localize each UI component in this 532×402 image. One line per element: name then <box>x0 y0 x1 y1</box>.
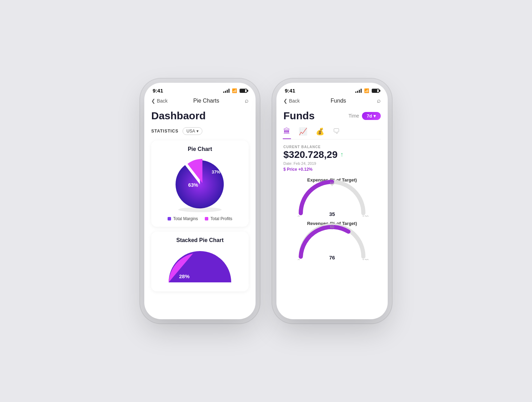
stats-label: STATISTICS <box>151 129 178 134</box>
status-icons-left: 📶 <box>223 88 247 93</box>
chevron-left-icon: ❮ <box>151 98 155 104</box>
page-title-left: Dashbaord <box>151 110 249 122</box>
scene: 9:41 📶 ❮ Back Pie Charts ⌕ Dashbaord <box>144 83 388 319</box>
revenues-gauge-container: 0 60 120 76 <box>283 229 381 260</box>
stats-header: STATISTICS USA ▾ <box>151 127 249 135</box>
pie-chart-card: Pie Chart 63% <box>151 140 249 227</box>
status-bar-left: 9:41 📶 <box>144 83 256 96</box>
chevron-down-icon: ▾ <box>196 129 199 134</box>
back-button-right[interactable]: ❮ Back <box>283 98 300 104</box>
balance-value: $320.728,29 <box>283 149 338 161</box>
search-icon-left[interactable]: ⌕ <box>245 97 249 104</box>
gauge-max-label-revenues: 120 <box>362 258 369 260</box>
chevron-down-icon-time: ▾ <box>373 113 376 119</box>
expenses-gauge-section: Expenses (% of Target) 0 60 120 35 <box>283 177 381 217</box>
tab-coin[interactable]: 💰 <box>316 127 324 136</box>
gauge-fill-revenues <box>301 227 348 256</box>
nav-title-right: Funds <box>331 98 346 104</box>
pie-chart-svg: 63% 37% <box>169 156 231 212</box>
gauge-value-expenses: 35 <box>329 211 335 217</box>
gauge-min-label-expenses: 0 <box>298 215 300 217</box>
nav-title-left: Pie Charts <box>193 98 219 104</box>
nav-bar-right: ❮ Back Funds ⌕ <box>276 96 388 107</box>
wifi-icon: 📶 <box>232 88 237 93</box>
time-group: Time 7d ▾ <box>348 112 381 120</box>
back-label-right: Back <box>289 98 300 104</box>
time-label: Time <box>348 113 359 119</box>
country-label: USA <box>186 129 195 134</box>
legend-dot-margins <box>168 217 171 220</box>
balance-label: CURENT BALANCE <box>283 145 381 149</box>
tab-chart[interactable]: 📈 <box>299 127 307 136</box>
revenues-gauge-section: Revenues (% of Target) 0 60 120 76 <box>283 221 381 260</box>
gauge-fill-expenses <box>301 182 332 213</box>
back-label-left: Back <box>157 98 168 104</box>
left-phone: 9:41 📶 ❮ Back Pie Charts ⌕ Dashbaord <box>144 83 256 319</box>
legend-label-margins: Total Margins <box>173 216 198 221</box>
search-icon-right[interactable]: ⌕ <box>377 97 381 104</box>
price-change-value[interactable]: +0.12% <box>298 167 313 172</box>
battery-icon <box>240 89 247 93</box>
status-bar-right: 9:41 📶 <box>276 83 388 96</box>
revenues-gauge-svg: 0 60 120 76 <box>294 222 370 260</box>
legend-item-profits: Total Profits <box>205 216 232 221</box>
gauge-max-label-expenses: 120 <box>362 215 369 217</box>
funds-title: Funds <box>283 110 315 122</box>
funds-header: Funds Time 7d ▾ <box>283 110 381 122</box>
pie-shadow <box>178 207 221 212</box>
pie-chart-container: 63% 37% <box>157 156 243 212</box>
chart-legend: Total Margins Total Profits <box>157 216 243 221</box>
up-arrow-icon: ↑ <box>340 151 344 159</box>
back-button-left[interactable]: ❮ Back <box>151 98 168 104</box>
time-right: 9:41 <box>285 88 295 94</box>
legend-dot-profits <box>205 217 208 220</box>
balance-section: CURENT BALANCE $320.728,29 ↑ Date: Feb 2… <box>283 145 381 172</box>
legend-label-profits: Total Profits <box>210 216 232 221</box>
left-phone-content: Dashbaord STATISTICS USA ▾ Pie Chart <box>144 107 256 309</box>
tab-message[interactable]: 🗨 <box>333 127 340 136</box>
status-icons-right: 📶 <box>355 88 379 93</box>
battery-icon-right <box>372 89 379 93</box>
stacked-chart-title: Stacked Pie Chart <box>157 237 243 243</box>
gauge-bg-revenues <box>301 225 363 257</box>
gauge-mid-label-revenues: 60 <box>330 225 334 229</box>
pie-label-37: 37% <box>212 170 220 175</box>
pie-label-63: 63% <box>188 182 198 188</box>
pie-chart-title: Pie Chart <box>157 146 243 152</box>
balance-amount: $320.728,29 ↑ <box>283 149 381 161</box>
right-phone: 9:41 📶 ❮ Back Funds ⌕ Funds <box>276 83 388 319</box>
tabs-row: 🏛 📈 💰 🗨 <box>283 127 381 139</box>
price-change: $ Price +0.12% <box>283 167 381 172</box>
gauge-mid-label-expenses: 60 <box>330 181 334 185</box>
gauge-min-label-revenues: 0 <box>298 258 300 260</box>
gauge-value-revenues: 76 <box>329 255 335 260</box>
tab-bank[interactable]: 🏛 <box>283 127 290 136</box>
chevron-left-icon-right: ❮ <box>283 98 288 104</box>
wifi-icon-right: 📶 <box>364 88 369 93</box>
country-selector[interactable]: USA ▾ <box>183 127 202 135</box>
time-left: 9:41 <box>153 88 163 94</box>
signal-icon-right <box>355 89 362 93</box>
price-label: $ Price <box>283 167 297 172</box>
time-badge[interactable]: 7d ▾ <box>362 112 381 120</box>
signal-icon <box>223 89 229 93</box>
stacked-pie-card: Stacked Pie Chart 28% <box>151 232 249 291</box>
right-phone-content: Funds Time 7d ▾ 🏛 📈 💰 🗨 CURENT BALANCE <box>276 107 388 309</box>
stacked-chart-svg: 28% <box>165 248 235 286</box>
time-badge-label: 7d <box>367 113 372 119</box>
nav-bar-left: ❮ Back Pie Charts ⌕ <box>144 96 256 107</box>
balance-date: Date: Feb 24, 2019 <box>283 161 381 166</box>
expenses-gauge-container: 0 60 120 35 <box>283 185 381 217</box>
stacked-label-28: 28% <box>179 273 190 279</box>
expenses-gauge-svg: 0 60 120 35 <box>294 178 370 217</box>
legend-item-margins: Total Margins <box>168 216 198 221</box>
stacked-chart-container: 28% <box>157 248 243 286</box>
gauge-bg-expenses <box>301 182 363 213</box>
